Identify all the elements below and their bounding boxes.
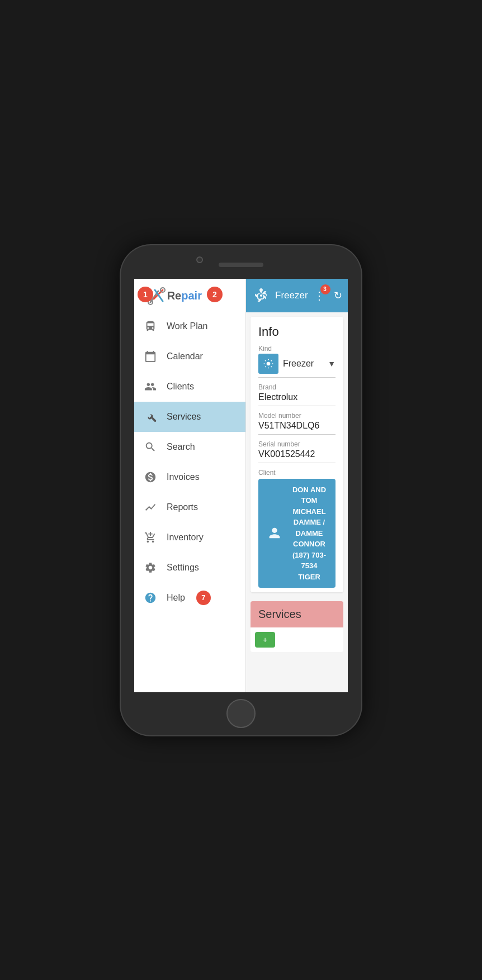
wrench-icon — [143, 410, 158, 424]
badge-3: 3 — [320, 284, 330, 294]
top-bar-actions: ⋮ 3 ↻ — [314, 289, 342, 302]
logo-area: Repair — [146, 286, 240, 307]
kind-dropdown[interactable]: Freezer ▼ — [258, 354, 335, 378]
sidebar-item-search[interactable]: Search — [134, 432, 245, 462]
sidebar-item-label-inventory: Inventory — [167, 532, 204, 543]
sidebar-item-settings[interactable]: Settings — [134, 553, 245, 583]
model-label: Model number — [258, 412, 335, 420]
info-title: Info — [258, 325, 335, 339]
serial-label: Serial number — [258, 440, 335, 448]
top-bar-title-text: Freezer — [275, 290, 309, 301]
gear-icon — [143, 560, 158, 575]
svg-point-5 — [267, 361, 271, 365]
services-title: Services — [258, 608, 301, 620]
client-info: DON AND TOM MICHAEL DAMME / DAMME CONNOR… — [290, 484, 329, 583]
fan-svg — [253, 287, 270, 304]
client-name: DON AND TOM MICHAEL DAMME / DAMME CONNOR — [292, 486, 326, 549]
sidebar-item-services[interactable]: Services — [134, 402, 245, 432]
client-card[interactable]: DON AND TOM MICHAEL DAMME / DAMME CONNOR… — [258, 479, 335, 588]
main-content: Freezer ⋮ 3 ↻ Info Kind — [246, 279, 348, 692]
sidebar-item-inventory[interactable]: Inventory — [134, 522, 245, 553]
more-options-button[interactable]: ⋮ 3 — [314, 289, 326, 302]
brand-value[interactable]: Electrolux — [258, 392, 335, 406]
bus-icon — [143, 319, 158, 334]
phone-speaker — [219, 263, 263, 267]
badge-2: 2 — [207, 287, 223, 302]
phone-top-bar — [121, 245, 361, 279]
sidebar-item-calendar[interactable]: Calendar — [134, 341, 245, 372]
kind-value: Freezer — [283, 359, 323, 369]
sidebar-header: 1 ‹ Repair 2 — [134, 279, 245, 311]
chart-icon — [143, 500, 158, 515]
top-bar: Freezer ⋮ 3 ↻ — [246, 279, 348, 312]
fan-icon — [252, 286, 271, 305]
sidebar-item-label-help: Help — [167, 593, 185, 603]
top-bar-title-area: Freezer — [275, 290, 309, 301]
badge-1: 1 — [138, 287, 153, 302]
phone-shell: 1 ‹ Repair 2 — [121, 245, 361, 735]
sidebar-item-work-plan[interactable]: Work Plan — [134, 311, 245, 341]
sidebar-item-label-work-plan: Work Plan — [167, 321, 208, 331]
help-icon — [143, 591, 158, 605]
kind-label: Kind — [258, 345, 335, 353]
search-icon — [143, 440, 158, 454]
client-location: TIGER — [298, 573, 320, 581]
home-button[interactable] — [226, 699, 256, 728]
phone-screen: 1 ‹ Repair 2 — [134, 279, 348, 692]
client-avatar-icon — [265, 524, 284, 543]
sidebar: 1 ‹ Repair 2 — [134, 279, 246, 692]
services-content: + — [251, 627, 343, 652]
sidebar-item-clients[interactable]: Clients — [134, 372, 245, 402]
serial-value[interactable]: VK001525442 — [258, 449, 335, 463]
people-icon — [143, 379, 158, 394]
client-label: Client — [258, 469, 335, 477]
brand-label: Brand — [258, 383, 335, 391]
model-value[interactable]: V51TN34DLQ6 — [258, 421, 335, 435]
sidebar-item-label-clients: Clients — [167, 382, 194, 392]
kind-arrow-icon: ▼ — [328, 359, 335, 368]
kind-icon-box — [258, 354, 278, 374]
sidebar-item-label-settings: Settings — [167, 563, 199, 573]
info-card: Info Kind Freezer ▼ Brand Electrolux Mod… — [251, 317, 343, 593]
sidebar-item-label-calendar: Calendar — [167, 351, 203, 361]
sidebar-item-label-invoices: Invoices — [167, 472, 200, 482]
sidebar-item-invoices[interactable]: Invoices — [134, 462, 245, 492]
sidebar-item-label-reports: Reports — [167, 502, 198, 512]
add-service-button[interactable]: + — [255, 632, 275, 648]
logo-text: Repair — [167, 289, 202, 302]
client-phone: (187) 703-7534 — [292, 551, 326, 570]
sidebar-item-reports[interactable]: Reports — [134, 492, 245, 522]
sidebar-item-label-search: Search — [167, 442, 195, 452]
calendar-icon — [143, 349, 158, 364]
services-section-header: Services — [251, 601, 343, 627]
sidebar-item-help[interactable]: Help 7 — [134, 583, 245, 613]
dollar-icon — [143, 470, 158, 484]
refresh-button[interactable]: ↻ — [334, 289, 342, 302]
cart-icon — [143, 530, 158, 545]
sidebar-item-label-services: Services — [167, 412, 201, 422]
phone-camera — [196, 256, 203, 263]
help-badge: 7 — [196, 591, 211, 605]
phone-bottom — [121, 692, 361, 735]
